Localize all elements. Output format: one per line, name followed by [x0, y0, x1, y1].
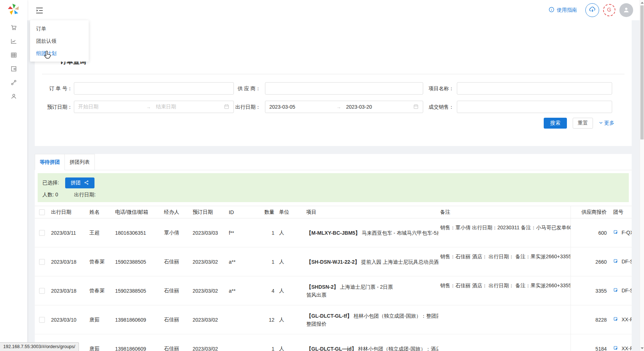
person-icon — [10, 95, 17, 101]
col-agent: 经办人 — [162, 206, 191, 218]
menu-item-group-plan[interactable]: 组团计划 — [30, 47, 89, 59]
scroll-down-arrow-icon[interactable] — [641, 347, 644, 349]
cell-group-no: F-QX — [610, 218, 632, 247]
cell-supplier-price: 600 — [571, 218, 610, 247]
browser-status-url: 192.168.7.55:3003/#/orders/groups/ — [0, 342, 79, 351]
selection-bar: 已选择: 拼团 人数: 0 出行日期: — [38, 173, 629, 202]
cell-phone: 18016306351 — [113, 218, 162, 247]
project-subtitle: 整团报价 — [306, 320, 438, 328]
vertical-scrollbar[interactable] — [640, 0, 644, 351]
cell-group-no: XX-F — [610, 305, 632, 334]
group-link-icon[interactable] — [613, 230, 620, 236]
cell-id: f** — [227, 218, 261, 247]
cell-supplier-price: 2660 — [571, 247, 610, 276]
user-avatar[interactable] — [619, 3, 633, 17]
group-link-icon[interactable] — [613, 346, 620, 351]
tab-group-list[interactable]: 拼团列表 — [65, 154, 95, 170]
people-count-value: 0 — [55, 192, 58, 197]
sidebar-item-orders[interactable] — [10, 24, 17, 31]
sidebar-item-reports[interactable] — [10, 38, 17, 45]
scroll-up-arrow-icon[interactable] — [641, 2, 644, 4]
group-link-icon[interactable] — [613, 259, 620, 265]
sidebar-item-distribution[interactable] — [10, 79, 17, 86]
menu-unfold-icon[interactable] — [35, 6, 44, 15]
cell-note — [438, 334, 571, 351]
project-code: 【GL-DLCT-GL-tf】 — [306, 313, 352, 319]
project-title: 上海迪士尼门票 - 2日票 — [340, 284, 393, 290]
group-link-icon[interactable] — [613, 288, 620, 294]
cell-note: 销售：石佳丽 酒店： 出行日期： 备注：果实派2660+3355，秦春燕 — [438, 247, 571, 276]
col-supplier-price: 供应商报价 — [571, 206, 610, 218]
table-row: 2023/03/18 曾春莱 15902388505 石佳丽 2023/03/0… — [35, 276, 632, 305]
row-checkbox[interactable] — [39, 259, 45, 265]
travel-date-label: 出行日期： — [223, 101, 261, 113]
row-checkbox[interactable] — [39, 317, 45, 323]
cell-unit: 人 — [277, 334, 304, 351]
reset-button[interactable]: 重置 — [573, 118, 593, 129]
tab-bar: 等待拼团 拼团列表 — [35, 154, 632, 170]
order-no-input[interactable] — [74, 82, 234, 95]
cell-quantity: 1 — [261, 334, 277, 351]
col-note: 备注 — [438, 206, 571, 218]
cell-booking-date: 2023/03/03 — [191, 218, 227, 247]
select-all-checkbox[interactable] — [39, 209, 45, 215]
cell-booking-date: 2023/03/02 — [191, 276, 227, 305]
make-group-label: 拼团 — [71, 180, 81, 186]
logout-button[interactable] — [603, 4, 615, 16]
row-checkbox[interactable] — [39, 288, 45, 294]
sidebar-item-finance[interactable] — [10, 65, 17, 72]
cell-name: 曾春莱 — [88, 276, 113, 305]
group-no-text: F-QX — [622, 230, 632, 235]
sidebar-item-account[interactable] — [10, 93, 17, 100]
table-body: 2023/03/11 王超 18016306351 覃小倩 2023/03/03… — [35, 218, 632, 351]
waiting-group-table: 出行日期 姓名 电话/微信/邮箱 经办人 预订日期 ID 数量 单位 项目 备注… — [35, 206, 632, 351]
travel-end-value: 2023-03-20 — [341, 104, 413, 110]
sidebar-item-products[interactable] — [10, 51, 17, 59]
cell-note — [438, 305, 571, 334]
search-button[interactable]: 搜索 — [544, 118, 567, 129]
cell-supplier-price: 3355 — [571, 276, 610, 305]
user-guide-link[interactable]: 使用指南 — [548, 7, 577, 14]
grid-icon — [10, 54, 17, 60]
left-sidebar — [0, 0, 27, 351]
group-no-text: DF-S — [622, 259, 632, 264]
orders-dropdown-menu: 订单 团款认领 组团计划 — [30, 20, 89, 62]
cell-depart-date: 2023/03/18 — [49, 276, 88, 305]
people-count: 人数: 0 — [42, 192, 58, 198]
travel-date-range-picker[interactable]: 2023-03-05 → 2023-03-20 — [265, 101, 423, 113]
col-phone: 电话/微信/邮箱 — [113, 206, 162, 218]
order-query-panel: 订单查询 订 单 号： 供 应 商： 项目名称： 预订日期： 开始日期 → 结束… — [35, 20, 632, 146]
group-link-icon[interactable] — [613, 317, 620, 323]
share-link-icon — [10, 82, 17, 87]
menu-item-orders[interactable]: 订单 — [30, 22, 89, 35]
project-title: 桂林小包团（独立成团-国旅）：整团团费 — [354, 313, 438, 319]
mouse-cursor-icon — [43, 50, 52, 60]
cloud-download-button[interactable] — [585, 3, 599, 17]
supplier-label: 供 应 商： — [223, 82, 261, 95]
cell-id: a** — [227, 276, 261, 305]
cell-unit: 人 — [277, 218, 304, 247]
col-group-no: 团号 — [610, 206, 632, 218]
project-subtitle: 笛风出票 — [306, 291, 438, 299]
col-id: ID — [227, 206, 261, 218]
people-count-label: 人数: — [42, 192, 54, 197]
project-name-input[interactable] — [457, 82, 612, 95]
booking-date-range-picker[interactable]: 开始日期 → 结束日期 — [74, 101, 234, 113]
make-group-button[interactable]: 拼团 — [65, 177, 94, 188]
row-checkbox[interactable] — [39, 230, 45, 236]
scrollbar-thumb[interactable] — [640, 5, 644, 139]
cell-name: 王超 — [88, 218, 113, 247]
travel-start-value: 2023-03-05 — [269, 104, 336, 110]
wallet-icon — [10, 68, 17, 74]
sales-input[interactable] — [457, 101, 612, 113]
more-filters-link[interactable]: 更多 — [599, 120, 614, 126]
tab-waiting-group[interactable]: 等待拼团 — [35, 154, 65, 170]
table-row: 2023/03/11 王超 18016306351 覃小倩 2023/03/03… — [35, 218, 632, 247]
cell-name: 唐茹 — [88, 334, 113, 351]
booking-start-placeholder: 开始日期 — [78, 104, 146, 110]
supplier-input[interactable] — [265, 82, 423, 95]
cell-group-no: DF-S — [610, 247, 632, 276]
menu-item-payment-claim[interactable]: 团款认领 — [30, 35, 89, 47]
cell-project: 【SH-DSN-WJ1-22-2】 提前入园 上海迪士尼玩具总动员酒店2天1晚 — [304, 247, 438, 276]
cell-project: 【M-MLXY-BC-JBM5】 马来西亚包车 - 布城马六甲包车-5座 — [304, 218, 438, 247]
